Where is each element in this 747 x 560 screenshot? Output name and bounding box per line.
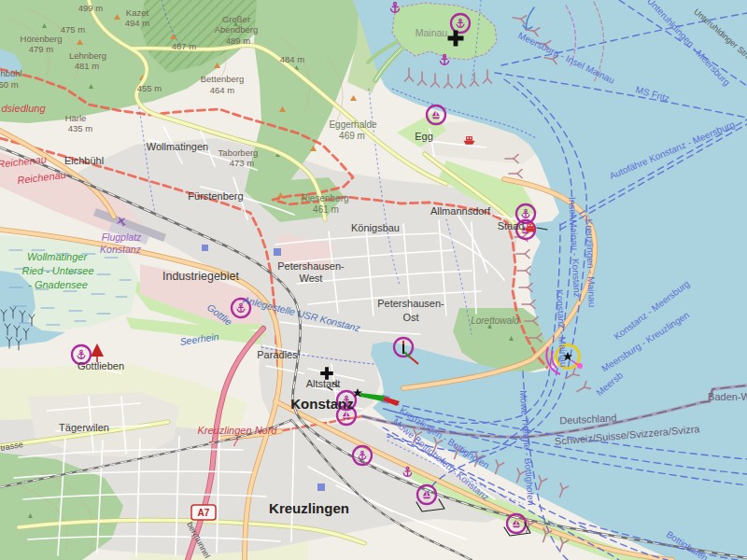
peak-label: 499 m — [78, 3, 103, 13]
airfield-label: Flugplatz — [102, 231, 142, 243]
peak-label: Lehnberg — [69, 50, 106, 61]
peak-label: 484 m — [280, 54, 304, 64]
city-label-kreuzlingen: Kreuzlingen — [269, 500, 349, 516]
peak-label: Großer — [222, 14, 250, 24]
nature-reserve-label: - Gnadensee — [28, 279, 88, 290]
light-dot — [577, 363, 583, 369]
forest-label: Riesenberg — [301, 193, 348, 203]
peak-label: 455 m — [137, 83, 162, 93]
forest-label: 461 m — [313, 204, 339, 215]
city-label-konstanz: Konstanz — [290, 396, 354, 412]
peak-label: Kazet — [126, 7, 149, 18]
peak-label: Abendberg — [215, 24, 258, 35]
place-label: Fürstenberg — [188, 190, 243, 202]
place-label: Gottlieben — [78, 360, 124, 371]
place-label: Altstadt — [306, 378, 341, 389]
motorway-shield-text: A7 — [198, 508, 210, 518]
forest-label: Lorettowald — [471, 315, 519, 326]
peak-label: 487 m — [172, 41, 196, 51]
place-label-mainau: Mainau — [416, 27, 448, 38]
airfield-label: Konstanz — [100, 244, 142, 255]
place-label: Eichbühl — [64, 155, 104, 166]
map-canvas[interactable]: 499 m Kazet 494 m Großer Abendberg 489 m… — [0, 0, 747, 560]
peak-label: 435 m — [68, 123, 92, 133]
place-label: Egg — [415, 131, 433, 142]
peak-label: 489 m — [226, 35, 250, 46]
peak-label: 475 m — [61, 24, 85, 35]
map-svg[interactable]: 499 m Kazet 494 m Großer Abendberg 489 m… — [0, 0, 747, 560]
peak-label: Härle — [65, 113, 87, 123]
place-label: West — [300, 273, 323, 284]
nature-reserve-label: Wollmatinger — [27, 251, 89, 262]
forest-label: Eggerhalde — [329, 119, 377, 130]
place-label: Wollmatingen — [147, 141, 208, 152]
nature-reserve-label: Ried - Untersee — [21, 265, 93, 276]
peak-label: 50 m — [0, 79, 19, 90]
peak-label: hbühl — [0, 68, 21, 78]
motorway-exit-label: Kreuzlingen Nord — [198, 425, 278, 436]
place-label: Paradies — [257, 349, 298, 360]
place-label-red: dsiedlung — [1, 103, 46, 114]
place-label: Petershausen- — [277, 260, 345, 272]
place-label: Ost — [402, 312, 418, 323]
peak-label: 494 m — [125, 18, 149, 28]
peak-label: Hörenberg — [21, 34, 63, 44]
peak-label: 479 m — [29, 44, 53, 54]
place-label: Königsbau — [351, 222, 400, 233]
peak-label: 481 m — [75, 61, 99, 71]
peak-label: Taborberg — [218, 147, 259, 158]
border-label-bw: Baden-W — [708, 391, 747, 402]
peak-label: 464 m — [210, 85, 234, 95]
place-label: Petershausen- — [377, 298, 444, 309]
motorway-exit-number: 7 — [233, 437, 239, 448]
peak-label: 473 m — [230, 158, 254, 168]
forest-label: 469 m — [339, 131, 365, 141]
peak-label: Bettenberg — [201, 74, 244, 84]
place-label: Tägerwilen — [59, 422, 109, 433]
place-label: Industriegebiet — [162, 270, 240, 283]
motorway-shield: A7 — [191, 505, 216, 520]
station-marker — [202, 245, 208, 251]
place-label: Allmannsdorf — [430, 205, 491, 217]
station-marker — [274, 248, 281, 256]
station-marker — [317, 483, 325, 491]
place-label: Staad — [498, 220, 525, 231]
